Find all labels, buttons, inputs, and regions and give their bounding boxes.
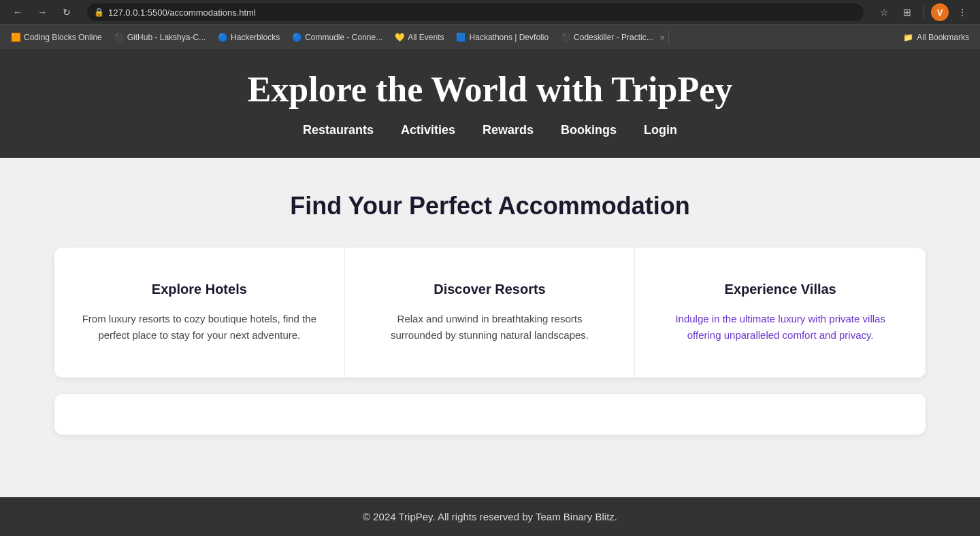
github-icon: ⚫: [114, 33, 124, 42]
bookmark-hackerblocks[interactable]: 🔵 Hackerblocks: [212, 29, 285, 46]
star-button[interactable]: ☆: [875, 3, 894, 22]
bookmarks-divider: [668, 31, 669, 44]
empty-section: [54, 394, 926, 435]
browser-actions: ☆ ⊞ V ⋮: [875, 3, 972, 22]
nav-rewards[interactable]: Rewards: [483, 123, 534, 137]
site-nav: Restaurants Activities Rewards Bookings …: [14, 123, 966, 137]
section-title: Find Your Perfect Accommodation: [54, 192, 926, 220]
extensions-button[interactable]: ⊞: [898, 3, 917, 22]
bookmark-label: GitHub - Lakshya-C...: [127, 33, 206, 42]
address-bar[interactable]: 🔒 127.0.0.1:5500/accommodations.html: [87, 3, 864, 21]
bookmark-codeskiller[interactable]: ⚫ Codeskiller - Practic...: [555, 29, 659, 46]
bookmark-commudle[interactable]: 🔵 Commudle - Conne...: [287, 29, 388, 46]
bookmark-label: Hackerblocks: [231, 33, 280, 42]
all-events-icon: 💛: [395, 33, 404, 42]
browser-titlebar: ← → ↻ 🔒 127.0.0.1:5500/accommodations.ht…: [0, 0, 980, 24]
bookmark-github[interactable]: ⚫ GitHub - Lakshya-C...: [109, 29, 211, 46]
website-content: Explore the World with TripPey Restauran…: [0, 49, 980, 536]
resorts-card[interactable]: Discover Resorts Relax and unwind in bre…: [345, 248, 636, 378]
bookmark-label: Coding Blocks Online: [24, 33, 102, 42]
villas-card[interactable]: Experience Villas Indulge in the ultimat…: [635, 248, 926, 378]
bookmark-all-events[interactable]: 💛 All Events: [389, 29, 449, 46]
all-bookmarks-label: All Bookmarks: [917, 33, 969, 42]
bookmark-coding-blocks[interactable]: 🟧 Coding Blocks Online: [5, 29, 108, 46]
bookmark-label: Hackathons | Devfolio: [470, 33, 549, 42]
villas-card-description: Indulge in the ultimate luxury with priv…: [662, 311, 898, 344]
nav-bookings[interactable]: Bookings: [561, 123, 617, 137]
commudle-icon: 🔵: [292, 33, 301, 42]
bookmark-hackathons[interactable]: 🟦 Hackathons | Devfolio: [451, 29, 555, 46]
accommodation-cards: Explore Hotels From luxury resorts to co…: [54, 248, 926, 378]
resorts-card-title: Discover Resorts: [372, 282, 608, 297]
site-header: Explore the World with TripPey Restauran…: [0, 49, 980, 158]
all-bookmarks-button[interactable]: 📁 All Bookmarks: [898, 29, 975, 46]
more-bookmarks-icon[interactable]: »: [660, 33, 665, 42]
codeskiller-icon: ⚫: [561, 33, 570, 42]
site-main: Find Your Perfect Accommodation Explore …: [0, 158, 980, 497]
site-title: Explore the World with TripPey: [14, 69, 966, 110]
coding-blocks-icon: 🟧: [11, 33, 20, 42]
user-avatar[interactable]: V: [931, 3, 949, 21]
nav-activities[interactable]: Activities: [401, 123, 455, 137]
bookmark-label: All Events: [408, 33, 444, 42]
nav-restaurants[interactable]: Restaurants: [303, 123, 374, 137]
lock-icon: 🔒: [94, 7, 104, 17]
browser-chrome: ← → ↻ 🔒 127.0.0.1:5500/accommodations.ht…: [0, 0, 980, 49]
nav-login[interactable]: Login: [644, 123, 677, 137]
back-button[interactable]: ←: [8, 3, 27, 22]
hackerblocks-icon: 🔵: [218, 33, 227, 42]
villas-card-title: Experience Villas: [662, 282, 898, 297]
bookmark-label: Codeskiller - Practic...: [574, 33, 653, 42]
bookmarks-bar: 🟧 Coding Blocks Online ⚫ GitHub - Lakshy…: [0, 24, 980, 49]
menu-button[interactable]: ⋮: [953, 3, 972, 22]
hotels-card-title: Explore Hotels: [82, 282, 317, 297]
hackathons-icon: 🟦: [457, 33, 466, 42]
folder-icon: 📁: [903, 33, 913, 42]
divider: [924, 5, 924, 19]
url-text: 127.0.0.1:5500/accommodations.html: [108, 7, 857, 18]
forward-button[interactable]: →: [33, 3, 52, 22]
resorts-card-description: Relax and unwind in breathtaking resorts…: [372, 311, 608, 344]
hotels-card[interactable]: Explore Hotels From luxury resorts to co…: [54, 248, 345, 378]
footer-text: © 2024 TripPey. All rights reserved by T…: [363, 511, 617, 522]
site-footer: © 2024 TripPey. All rights reserved by T…: [0, 497, 980, 536]
hotels-card-description: From luxury resorts to cozy boutique hot…: [82, 311, 317, 344]
reload-button[interactable]: ↻: [57, 3, 76, 22]
bookmark-label: Commudle - Conne...: [305, 33, 382, 42]
